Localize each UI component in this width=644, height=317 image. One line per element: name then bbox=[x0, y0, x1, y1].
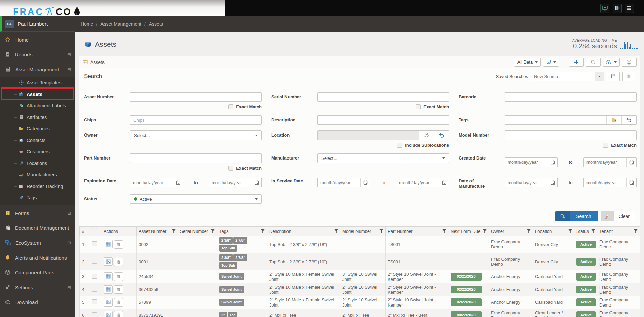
calendar-icon[interactable] bbox=[548, 158, 557, 167]
calendar-icon[interactable] bbox=[439, 178, 449, 187]
chart-options-dropdown[interactable] bbox=[543, 58, 559, 67]
row-checkbox[interactable] bbox=[92, 287, 97, 292]
delete-asset-button[interactable] bbox=[114, 258, 123, 266]
open-asset-button[interactable] bbox=[104, 298, 113, 307]
filter-icon[interactable] bbox=[380, 229, 383, 233]
export-dropdown[interactable] bbox=[603, 58, 620, 67]
row-checkbox[interactable] bbox=[92, 259, 97, 264]
sidebar-item-forms[interactable]: Forms bbox=[0, 205, 75, 220]
sidebar-item-ecosystem[interactable]: EcoSystem bbox=[0, 235, 75, 250]
expand-icon[interactable] bbox=[67, 240, 71, 245]
collapse-icon[interactable] bbox=[67, 67, 71, 72]
sidebar-item-customers[interactable]: Customers bbox=[0, 146, 75, 157]
model-number-input[interactable] bbox=[505, 130, 637, 140]
serial-number-input[interactable] bbox=[317, 92, 449, 102]
open-asset-button[interactable] bbox=[104, 285, 113, 294]
sidebar-item-reports[interactable]: Reports bbox=[0, 47, 75, 62]
serial-number-exact-match-checkbox[interactable] bbox=[416, 104, 421, 109]
sidebar-item-attributes[interactable]: Attributes bbox=[0, 112, 75, 123]
screen-share-button[interactable] bbox=[600, 4, 610, 13]
part-number-exact-match-checkbox[interactable] bbox=[228, 166, 233, 171]
calendar-icon[interactable] bbox=[252, 178, 261, 187]
sidebar-item-tags[interactable]: Tags bbox=[0, 192, 75, 203]
filter-icon[interactable] bbox=[442, 229, 446, 233]
in-service-date-to-input[interactable] bbox=[396, 178, 439, 187]
row-checkbox[interactable] bbox=[92, 299, 97, 304]
calendar-icon[interactable] bbox=[626, 158, 636, 167]
filter-icon[interactable] bbox=[172, 229, 176, 233]
chips-input[interactable] bbox=[130, 115, 262, 125]
delete-asset-button[interactable] bbox=[114, 240, 123, 249]
model-number-exact-match-checkbox[interactable] bbox=[603, 143, 608, 148]
logout-button[interactable] bbox=[613, 4, 622, 13]
sidebar-item-assets[interactable]: Assets bbox=[0, 89, 75, 100]
manufacture-date-from-input[interactable] bbox=[505, 178, 548, 187]
sidebar-item-download[interactable]: Download bbox=[0, 295, 75, 310]
sidebar-item-attachment-labels[interactable]: Attachment Labels bbox=[0, 100, 75, 112]
calendar-icon[interactable] bbox=[173, 178, 183, 187]
filter-icon[interactable] bbox=[211, 229, 215, 233]
owner-select[interactable]: Select... bbox=[130, 130, 262, 140]
row-checkbox[interactable] bbox=[92, 274, 97, 279]
asset-number-input[interactable] bbox=[130, 92, 262, 102]
delete-search-button[interactable] bbox=[622, 72, 635, 81]
location-tree-button[interactable] bbox=[419, 131, 434, 140]
user-menu[interactable]: PA Paul Lambert bbox=[0, 16, 75, 32]
in-service-date-from-input[interactable] bbox=[318, 178, 360, 187]
sidebar-item-manufacturers[interactable]: Manufacturers bbox=[0, 169, 75, 180]
filter-icon[interactable] bbox=[261, 229, 265, 233]
tags-browse-button[interactable] bbox=[606, 116, 621, 124]
views-button[interactable] bbox=[622, 58, 637, 67]
all-data-dropdown[interactable]: All Data bbox=[514, 58, 541, 67]
description-input[interactable] bbox=[317, 115, 449, 125]
sidebar-item-component-parts[interactable]: Component Parts bbox=[0, 265, 75, 280]
sidebar-item-categories[interactable]: Categories bbox=[0, 123, 75, 135]
search-button[interactable]: Search bbox=[555, 211, 598, 221]
manufacturer-select[interactable]: Select... bbox=[317, 153, 449, 163]
sidebar-item-home[interactable]: Home bbox=[0, 32, 75, 47]
sidebar-item-reorder-tracking[interactable]: Reorder Tracking bbox=[0, 180, 75, 192]
manufacture-date-to-input[interactable] bbox=[584, 178, 626, 187]
expand-icon[interactable] bbox=[67, 52, 71, 57]
expiration-date-from-input[interactable] bbox=[130, 178, 173, 187]
tags-reset-button[interactable] bbox=[621, 116, 636, 124]
breadcrumb-home[interactable]: Home bbox=[80, 21, 93, 27]
calendar-icon[interactable] bbox=[548, 178, 557, 187]
sidebar-item-contacts[interactable]: Contacts bbox=[0, 135, 75, 146]
expiration-date-to-input[interactable] bbox=[209, 178, 252, 187]
sidebar-item-asset-management[interactable]: Asset Management bbox=[0, 62, 75, 77]
part-number-input[interactable] bbox=[130, 153, 262, 163]
delete-asset-button[interactable] bbox=[114, 298, 123, 307]
location-reset-button[interactable] bbox=[434, 131, 449, 140]
calendar-icon[interactable] bbox=[360, 178, 370, 187]
asset-number-exact-match-checkbox[interactable] bbox=[228, 104, 233, 109]
filter-icon[interactable] bbox=[568, 229, 572, 233]
open-asset-button[interactable] bbox=[104, 257, 113, 266]
calendar-icon[interactable] bbox=[626, 178, 636, 187]
menu-button[interactable] bbox=[625, 4, 634, 13]
expand-icon[interactable] bbox=[67, 285, 71, 290]
sidebar-item-settings[interactable]: Settings bbox=[0, 280, 75, 295]
select-all-checkbox[interactable] bbox=[92, 228, 97, 233]
tags-input[interactable] bbox=[505, 116, 606, 124]
breadcrumb-asset-management[interactable]: Asset Management bbox=[100, 21, 141, 27]
sidebar-item-locations[interactable]: Locations bbox=[0, 157, 75, 169]
row-checkbox[interactable] bbox=[92, 241, 97, 246]
sidebar-item-asset-templates[interactable]: Asset Templates bbox=[0, 77, 75, 89]
add-asset-button[interactable] bbox=[569, 58, 584, 67]
search-toggle-button[interactable] bbox=[586, 58, 601, 67]
open-asset-button[interactable] bbox=[104, 311, 113, 317]
filter-icon[interactable] bbox=[634, 229, 638, 233]
status-select[interactable]: Active bbox=[130, 194, 262, 204]
saved-search-input[interactable] bbox=[531, 72, 595, 81]
created-date-from-input[interactable] bbox=[505, 158, 548, 167]
delete-asset-button[interactable] bbox=[114, 285, 123, 294]
clear-button[interactable]: Clear bbox=[601, 211, 635, 221]
row-checkbox[interactable] bbox=[92, 312, 97, 317]
sidebar-item-alerts[interactable]: Alerts and Notifications bbox=[0, 250, 75, 265]
delete-asset-button[interactable] bbox=[114, 311, 123, 317]
filter-icon[interactable] bbox=[483, 229, 487, 233]
open-asset-button[interactable] bbox=[104, 272, 113, 281]
filter-icon[interactable] bbox=[527, 229, 531, 233]
open-asset-button[interactable] bbox=[104, 240, 113, 248]
